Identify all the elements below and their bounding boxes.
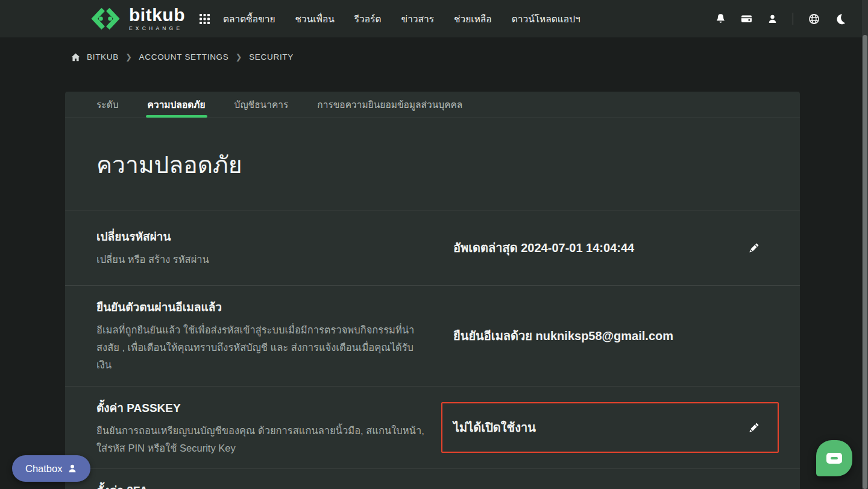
nav-menu: ตลาดซื้อขาย ชวนเพื่อน รีวอร์ด ข่าวสาร ช่…: [223, 11, 580, 27]
settings-tab[interactable]: การขอความยินยอมข้อมูลส่วนบุคคล: [317, 92, 462, 118]
logo-wordmark: bitkub: [129, 6, 185, 24]
setting-status-area: ยืนยันอีเมลด้วย nukniksp58@gmail.com: [441, 311, 779, 361]
settings-tab[interactable]: บัญชีธนาคาร: [234, 92, 289, 118]
chat-bubble-icon: [826, 453, 842, 464]
breadcrumb-separator-icon: ❯: [125, 52, 133, 62]
setting-title: เปลี่ยนรหัสผ่าน: [96, 227, 427, 245]
setting-status: อัพเดตล่าสุด 2024-07-01 14:04:44: [453, 238, 634, 257]
setting-title: ตั้งค่า 2FA: [96, 481, 427, 489]
page-title: ความปลอดภัย: [96, 146, 769, 183]
setting-status-area: อัพเดตล่าสุด 2024-07-01 14:04:44: [441, 222, 779, 273]
setting-status-area: เปิดใช้งานแล้ว: [441, 485, 779, 489]
setting-status-area: ไม่ได้เปิดใช้งาน: [441, 402, 779, 453]
top-navbar: bitkub EXCHANGE ตลาดซื้อขาย ชวนเพื่อน รี…: [0, 0, 868, 37]
setting-status: ยืนยันอีเมลด้วย nukniksp58@gmail.com: [453, 326, 673, 345]
scrollbar-thumb[interactable]: [863, 35, 867, 489]
nav-menu-item[interactable]: ตลาดซื้อขาย: [223, 14, 275, 24]
nav-menu-item[interactable]: ดาวน์โหลดแอปฯ: [512, 14, 580, 24]
setting-description: อีเมลที่ถูกยืนยันแล้ว ใช้เพื่อส่งรหัสเข้…: [96, 321, 427, 374]
nav-menu-item[interactable]: ช่วยเหลือ: [454, 14, 492, 24]
settings-row: ยืนยันตัวตนผ่านอีเมลแล้ว อีเมลที่ถูกยืนย…: [65, 286, 800, 386]
settings-tab[interactable]: ระดับ: [96, 92, 119, 118]
breadcrumb-item[interactable]: SECURITY: [249, 52, 294, 62]
settings-row: ตั้งค่า 2FA ปกป้องบัญชีของคุณเมื่อเข้าสู…: [65, 469, 800, 489]
breadcrumb-item[interactable]: BITKUB: [87, 52, 119, 62]
chatbox-label: Chatbox: [25, 463, 62, 475]
navbar-right-icons: [715, 13, 846, 25]
page-scrollbar[interactable]: [862, 0, 868, 489]
edit-pencil-icon[interactable]: [741, 235, 767, 260]
security-settings-panel: ระดับความปลอดภัยบัญชีธนาคารการขอความยินย…: [65, 92, 800, 489]
bitkub-logo-icon: [89, 6, 122, 31]
settings-tabbar: ระดับความปลอดภัยบัญชีธนาคารการขอความยินย…: [65, 92, 800, 118]
settings-tab[interactable]: ความปลอดภัย: [148, 92, 206, 118]
nav-menu-item[interactable]: รีวอร์ด: [354, 14, 382, 24]
dark-mode-moon-icon[interactable]: [835, 13, 846, 25]
setting-title: ยืนยันตัวตนผ่านอีเมลแล้ว: [96, 298, 427, 316]
home-icon: [71, 53, 80, 62]
panel-header: ความปลอดภัย: [65, 118, 800, 210]
nav-menu-item[interactable]: ข่าวสาร: [401, 14, 435, 24]
nav-menu-item[interactable]: ชวนเพื่อน: [295, 14, 335, 24]
live-chat-button[interactable]: [816, 440, 852, 476]
account-person-icon[interactable]: [767, 14, 778, 24]
setting-status: ไม่ได้เปิดใช้งาน: [453, 418, 536, 437]
navbar-divider: [793, 13, 793, 25]
setting-description: เปลี่ยน หรือ สร้าง รหัสผ่าน: [96, 251, 427, 268]
breadcrumb: BITKUB❯ACCOUNT SETTINGS❯SECURITY: [71, 52, 868, 62]
breadcrumb-item[interactable]: ACCOUNT SETTINGS: [139, 52, 229, 62]
language-globe-icon[interactable]: [808, 13, 820, 25]
setting-title: ตั้งค่า PASSKEY: [96, 399, 427, 417]
wallet-icon[interactable]: [741, 14, 752, 24]
logo-subtitle: EXCHANGE: [129, 26, 185, 31]
apps-grid-icon[interactable]: [200, 14, 210, 24]
settings-rows: เปลี่ยนรหัสผ่าน เปลี่ยน หรือ สร้าง รหัสผ…: [65, 210, 800, 489]
breadcrumb-separator-icon: ❯: [236, 52, 243, 62]
setting-description: ยืนยันการถอนเหรียญบนบัญชีของคุณ ด้วยการส…: [96, 422, 427, 457]
settings-row: ตั้งค่า PASSKEY ยืนยันการถอนเหรียญบนบัญช…: [65, 386, 800, 470]
settings-row: เปลี่ยนรหัสผ่าน เปลี่ยน หรือ สร้าง รหัสผ…: [65, 210, 800, 286]
bitkub-logo[interactable]: bitkub EXCHANGE: [89, 6, 185, 31]
notification-bell-icon[interactable]: [715, 13, 726, 24]
edit-pencil-icon[interactable]: [741, 415, 767, 440]
chatbox-person-icon: [68, 464, 77, 473]
chatbox-button[interactable]: Chatbox: [12, 455, 90, 482]
